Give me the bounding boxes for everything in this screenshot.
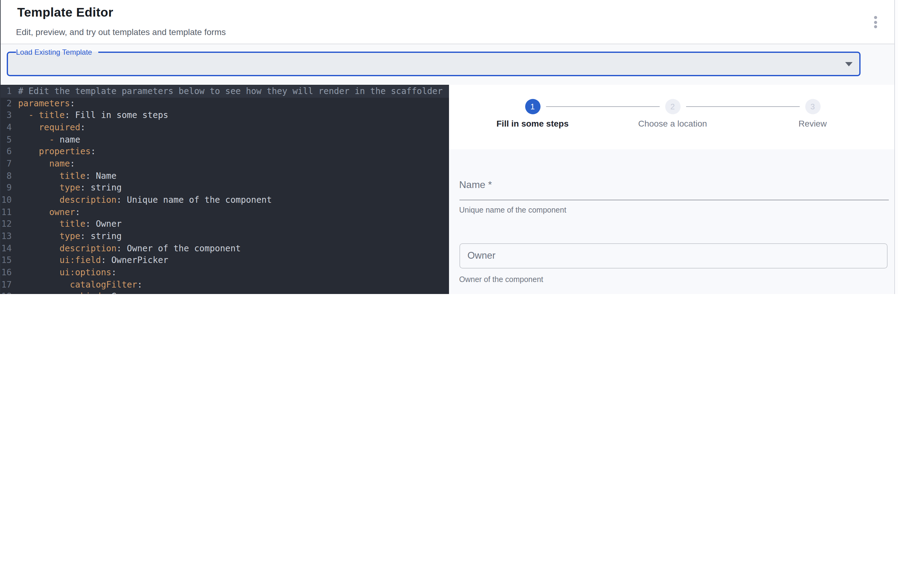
- editor-line: 2parameters:: [0, 97, 449, 109]
- editor-line: 15 ui:field: OwnerPicker: [0, 254, 449, 266]
- editor-line: 14 description: Owner of the component: [0, 242, 449, 254]
- step-label: Choose a location: [605, 118, 740, 128]
- more-options-button[interactable]: [867, 14, 884, 31]
- line-number: 6: [0, 146, 12, 158]
- editor-line: 10 description: Unique name of the compo…: [0, 194, 449, 206]
- page-title: Template Editor: [17, 5, 113, 20]
- name-field-label: Name *: [459, 179, 492, 191]
- load-template-section: Load Existing Template Load Existing Tem…: [1, 44, 894, 85]
- line-number: 14: [0, 242, 12, 254]
- line-number: 17: [0, 279, 12, 291]
- step-number-badge: 2: [665, 99, 680, 114]
- form-area: Name * Unique name of the component Owne…: [449, 149, 894, 294]
- select-label: Load Existing Template: [16, 48, 92, 56]
- editor-line: 1# Edit the template parameters below to…: [0, 85, 449, 97]
- line-number: 2: [0, 97, 12, 109]
- template-editor-page: Template Editor Edit, preview, and try o…: [0, 0, 898, 294]
- editor-line: 17 catalogFilter:: [0, 279, 449, 291]
- line-number: 9: [0, 182, 12, 194]
- line-number: 7: [0, 158, 12, 170]
- owner-field-placeholder: Owner: [467, 244, 495, 268]
- stepper-step: 2Choose a location: [605, 85, 740, 128]
- line-number: 18: [0, 291, 12, 294]
- line-number: 3: [0, 110, 12, 122]
- line-number: 10: [0, 194, 12, 206]
- page-subtitle: Edit, preview, and try out templates and…: [16, 27, 226, 37]
- editor-line: 12 title: Owner: [0, 218, 449, 230]
- editor-line: 4 required:: [0, 122, 449, 134]
- editor-line: 5 - name: [0, 134, 449, 146]
- line-number: 5: [0, 134, 12, 146]
- line-number: 15: [0, 254, 12, 266]
- line-number: 4: [0, 122, 12, 134]
- name-input[interactable]: Name *: [459, 174, 889, 202]
- caret-down-icon: [845, 62, 853, 66]
- stepper-steps: 1Fill in some steps2Choose a location3Re…: [449, 85, 894, 149]
- editor-line: 6 properties:: [0, 146, 449, 158]
- kebab-icon: [874, 16, 877, 19]
- editor-line: 8 title: Name: [0, 170, 449, 182]
- step-number-badge: 3: [805, 99, 820, 114]
- stepper: 1Fill in some steps2Choose a location3Re…: [449, 85, 894, 149]
- owner-helper-text: Owner of the component: [459, 275, 543, 284]
- editor-line: 11 owner:: [0, 206, 449, 218]
- owner-input[interactable]: Owner: [459, 243, 887, 268]
- load-existing-template-select[interactable]: Load Existing Template Load Existing Tem…: [7, 52, 861, 76]
- line-number: 8: [0, 170, 12, 182]
- template-preview-panel: 1Fill in some steps2Choose a location3Re…: [449, 85, 894, 294]
- editor-line: 9 type: string: [0, 182, 449, 194]
- editor-lines: 1# Edit the template parameters below to…: [0, 85, 449, 294]
- stepper-step: 1Fill in some steps: [465, 85, 600, 128]
- editor-line: 16 ui:options:: [0, 267, 449, 279]
- step-label: Fill in some steps: [465, 118, 600, 128]
- name-helper-text: Unique name of the component: [459, 206, 566, 214]
- line-number: 11: [0, 206, 12, 218]
- editor-line: 7 name:: [0, 158, 449, 170]
- line-number: 16: [0, 267, 12, 279]
- step-number-badge: 1: [525, 99, 540, 114]
- editor-line: 13 type: string: [0, 231, 449, 242]
- header: Template Editor Edit, preview, and try o…: [0, 0, 894, 44]
- page-right-edge: [894, 0, 895, 294]
- line-number: 12: [0, 218, 12, 230]
- editor-line: 3 - title: Fill in some steps: [0, 110, 449, 122]
- code-editor[interactable]: 1# Edit the template parameters below to…: [0, 85, 449, 294]
- name-field-underline: [459, 199, 889, 200]
- line-number: 1: [0, 85, 12, 97]
- select-outline: Load Existing Template: [7, 48, 861, 76]
- stepper-step: 3Review: [745, 85, 880, 128]
- line-number: 13: [0, 231, 12, 242]
- page-right-gutter: [895, 0, 898, 294]
- step-label: Review: [745, 118, 880, 128]
- page-left-edge: [0, 0, 1, 294]
- editor-line: 18 kind: Group: [0, 291, 449, 294]
